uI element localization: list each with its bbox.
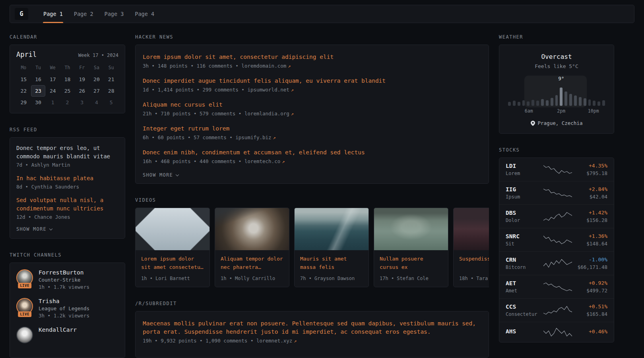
page-tab[interactable]: Page 3	[99, 5, 130, 23]
calendar-header: CALENDAR	[10, 34, 125, 40]
page-tab[interactable]: Page 1	[38, 5, 68, 23]
video-title[interactable]: Mauris sit amet massa felis	[300, 255, 363, 272]
calendar-day: 25	[60, 85, 75, 97]
subreddit-item-meta: 19h • 9,932 points • 1,090 comments • lo…	[143, 338, 481, 344]
weather-bar	[564, 91, 567, 106]
weather-bar	[508, 102, 511, 106]
hn-item-domain[interactable]: loremlandia.org	[244, 111, 289, 117]
stock-info: SNRC Sit	[506, 233, 542, 247]
video-title[interactable]: Lorem ipsum dolor sit amet consectetu…	[141, 255, 204, 272]
video-card[interactable]: Mauris sit amet massa felis 7h • Grayson…	[294, 208, 369, 287]
videos-header: VIDEOS	[135, 197, 489, 203]
hn-item-domain[interactable]: loremdomain.com	[241, 63, 286, 69]
calendar-day: 19	[75, 74, 89, 85]
rss-show-more-button[interactable]: SHOW MORE	[16, 226, 52, 232]
calendar-day: 27	[89, 85, 104, 97]
stock-row[interactable]: SNRC Sit +1.36% $148.64	[499, 228, 614, 251]
calendar-week-label: Week 17 • 2024	[78, 53, 118, 58]
twitch-header: TWITCH CHANNELS	[10, 252, 125, 258]
calendar-card: April Week 17 • 2024 Mo Tu We Th Fr	[10, 45, 125, 113]
avatar-wrap: LIVE	[16, 298, 33, 315]
video-title[interactable]: Aliquam tempor dolor nec pharetra…	[221, 255, 283, 272]
video-card[interactable]: Lorem ipsum dolor sit amet consectetu… 1…	[135, 208, 210, 287]
hn-item: Integer eget rutrum lorem 6h • 60 points…	[143, 125, 481, 140]
stock-sparkline	[542, 164, 573, 175]
stock-price: $42.04	[573, 194, 607, 200]
stock-name: Consectetur	[506, 311, 542, 317]
stock-row[interactable]: CRN Bitcorn -1.00% $66,171.48	[499, 251, 614, 275]
stock-sparkline	[542, 282, 573, 292]
channel-name: KendallCarr	[39, 327, 77, 333]
video-body: Lorem ipsum dolor sit amet consectetu… 1…	[136, 250, 209, 287]
hn-item-title[interactable]: Donec imperdiet augue tincidunt felis al…	[143, 77, 481, 85]
hn-show-more-button[interactable]: SHOW MORE	[143, 172, 178, 178]
video-card[interactable]: Aliquam tempor dolor nec pharetra… 1h • …	[215, 208, 289, 287]
channel-text: ForrestBurton Counter-Strike 1h • 1.7k v…	[39, 269, 89, 290]
rss-item: Donec tempor eros leo, ut commodo mauris…	[16, 144, 118, 168]
stock-row[interactable]: CCS Consectetur +0.51% $165.84	[499, 298, 614, 322]
calendar-dow: Tu	[31, 63, 46, 74]
hn-item-title[interactable]: Lorem ipsum dolor sit amet, consectetur …	[143, 53, 481, 61]
hn-item-title[interactable]: Donec enim nibh, condimentum et accumsan…	[143, 148, 481, 157]
weather-bar	[551, 98, 553, 106]
channel-name: Trisha	[39, 298, 89, 304]
channel-text: KendallCarr	[39, 327, 77, 334]
twitch-channel[interactable]: KendallCarr	[16, 327, 118, 343]
rss-item-meta: 8d • Cynthia Saunders	[16, 184, 118, 190]
dashboard-grid: CALENDAR April Week 17 • 2024 Mo Tu We T…	[0, 23, 644, 358]
stocks-header: STOCKS	[499, 147, 614, 153]
stock-sparkline	[542, 258, 573, 268]
stock-values: +2.84% $42.04	[573, 186, 607, 200]
live-badge: LIVE	[18, 283, 31, 288]
subreddit-item-domain[interactable]: loremnet.xyz	[256, 338, 292, 344]
subreddit-item-title[interactable]: Maecenas mollis pulvinar erat non posuer…	[143, 319, 481, 336]
top-nav: G Page 1 Page 2 Page 3 Page 4	[10, 5, 634, 23]
stock-sparkline	[542, 211, 573, 222]
video-card[interactable]: Nullam posuere cursus ex 17h • Stefan Co…	[374, 208, 448, 287]
stock-name: Sit	[506, 241, 542, 247]
page-tab[interactable]: Page 2	[68, 5, 99, 23]
stock-values: +4.35% $795.18	[573, 163, 607, 176]
stock-row[interactable]: IIG Ipsum +2.84% $42.04	[499, 181, 614, 204]
hn-item-domain[interactable]: ipsumworld.net	[247, 87, 289, 93]
weather-bar	[541, 99, 544, 106]
hn-item-stats: 21h • 710 points • 579 comments •	[143, 111, 244, 117]
stock-row[interactable]: AHS +0.46%	[499, 322, 614, 342]
stock-price: $165.84	[573, 311, 607, 317]
avatar-wrap: LIVE	[16, 269, 33, 286]
hackernews-widget: HACKER NEWS Lorem ipsum dolor sit amet, …	[135, 34, 489, 184]
video-title[interactable]: Suspendisse diam	[459, 255, 489, 272]
hn-item-domain[interactable]: loremtech.co	[244, 158, 280, 164]
video-card[interactable]: Suspendisse diam 18h • Tara	[453, 208, 489, 287]
hn-item-meta: 21h • 710 points • 579 comments • loreml…	[143, 111, 481, 117]
page-tab[interactable]: Page 4	[129, 5, 160, 23]
channel-text: Trisha League of Legends 3h • 1.2k viewe…	[39, 298, 89, 319]
stock-info: AET Amet	[506, 280, 542, 294]
hn-item-title[interactable]: Aliquam nec cursus elit	[143, 101, 481, 109]
subreddit-header: /R/SUBREDDIT	[135, 301, 489, 306]
hn-item-meta: 16h • 468 points • 440 comments • loremt…	[143, 158, 481, 164]
stock-symbol: CCS	[506, 304, 542, 310]
rss-item-title[interactable]: In hac habitasse platea	[16, 174, 118, 183]
rss-item-title[interactable]: Sed volutpat nulla nisl, a condimentum n…	[16, 196, 118, 213]
weather-time-label: 10pm	[588, 108, 599, 114]
hn-item-title[interactable]: Integer eget rutrum lorem	[143, 125, 481, 133]
stock-row[interactable]: LDI Lorem +4.35% $795.18	[499, 158, 614, 181]
stock-row[interactable]: DBS Dolor +1.42% $156.28	[499, 204, 614, 228]
hn-item-domain[interactable]: ipsumify.biz	[235, 134, 271, 140]
weather-bar	[593, 101, 596, 106]
stock-row[interactable]: AET Amet +0.92% $499.72	[499, 275, 614, 298]
calendar-day: 3	[75, 97, 89, 108]
stock-price: $795.18	[573, 170, 607, 176]
stock-price: $156.28	[573, 217, 607, 223]
twitch-channel[interactable]: LIVE Trisha League of Legends 3h • 1.2k …	[16, 298, 118, 319]
rss-item-title[interactable]: Donec tempor eros leo, ut commodo mauris…	[16, 144, 118, 161]
weather-location-label: Prague, Czechia	[538, 120, 583, 126]
stock-values: +0.51% $165.84	[573, 304, 607, 317]
location-pin-icon	[531, 121, 535, 126]
hn-item-stats: 6h • 60 points • 57 comments •	[143, 134, 235, 140]
weather-bar	[536, 101, 539, 106]
twitch-channel[interactable]: LIVE ForrestBurton Counter-Strike 1h • 1…	[16, 269, 118, 290]
weather-widget: WEATHER Overcast Feels like 5°C 9° 6am 2…	[499, 34, 614, 134]
video-title[interactable]: Nullam posuere cursus ex	[380, 255, 442, 272]
